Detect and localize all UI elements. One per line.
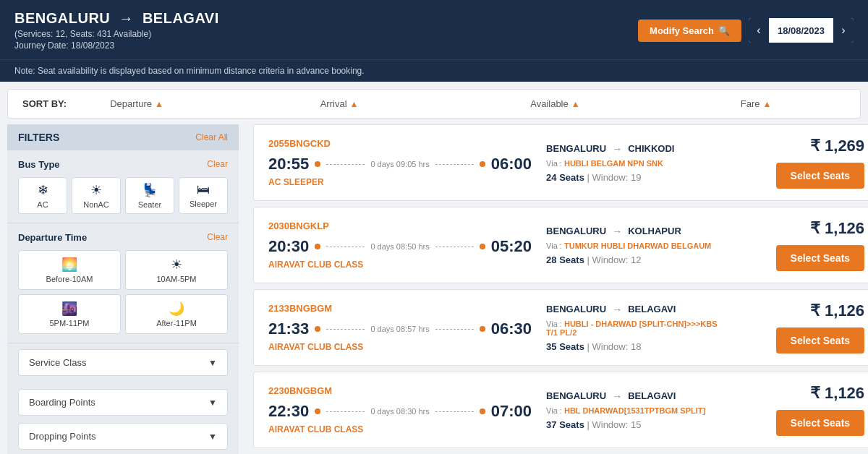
fare-3: ₹ 1,126 bbox=[810, 384, 864, 403]
filters-sidebar: FILTERS Clear All Bus Type Clear ❄ AC ☀ … bbox=[7, 124, 239, 454]
sleeper-icon: 🛏 bbox=[182, 182, 224, 197]
bus-card-1: 2030BNGKLP 20:30 0 days 08:50 hrs 05:20 … bbox=[253, 207, 868, 283]
note-bar: Note: Seat availability is displayed bas… bbox=[0, 59, 868, 82]
arr-dot-0 bbox=[480, 161, 485, 167]
sort-columns: Departure ▲ Arrival ▲ Available ▲ Fare ▲ bbox=[81, 98, 846, 109]
search-icon: 🔍 bbox=[718, 25, 730, 36]
dropping-points-dropdown[interactable]: Dropping Points ▼ bbox=[18, 423, 228, 450]
dep-dot-2 bbox=[315, 326, 320, 332]
bus-info-1: 2030BNGKLP 20:30 0 days 08:50 hrs 05:20 … bbox=[268, 220, 532, 270]
boarding-points-dropdown[interactable]: Boarding Points ▼ bbox=[18, 389, 228, 416]
via-route-1: TUMKUR HUBLI DHARWAD BELGAUM bbox=[564, 241, 711, 250]
departure-before-10am[interactable]: 🌅 Before-10AM bbox=[18, 250, 121, 290]
dash-line-1 bbox=[326, 247, 365, 247]
via-text-0: Via : HUBLI BELGAM NPN SNK bbox=[546, 159, 720, 168]
fare-0: ₹ 1,269 bbox=[810, 137, 864, 155]
bus-type-ac[interactable]: ❄ AC bbox=[18, 177, 67, 214]
bus-type-tag-0: AC SLEEPER bbox=[268, 177, 532, 187]
bus-info-3: 2230BNGBGM 22:30 0 days 08:30 hrs 07:00 … bbox=[268, 385, 532, 434]
duration-0: 0 days 09:05 hrs bbox=[370, 160, 429, 168]
prev-date-button[interactable]: ‹ bbox=[749, 18, 769, 43]
arrival-sort-icon: ▲ bbox=[350, 99, 359, 109]
modify-search-button[interactable]: Modify Search 🔍 bbox=[638, 20, 741, 42]
bus-type-clear[interactable]: Clear bbox=[207, 159, 228, 170]
sort-arrival[interactable]: Arrival ▲ bbox=[320, 98, 531, 109]
dep-time-3: 22:30 bbox=[268, 402, 309, 421]
bus-id-2[interactable]: 2133BNGBGM bbox=[268, 303, 532, 314]
route-arrow: → bbox=[119, 10, 134, 26]
departure-10am-5pm[interactable]: ☀ 10AM-5PM bbox=[125, 250, 228, 290]
route-info-2: BENGALURU → BELAGAVI bbox=[546, 304, 720, 315]
bus-type-label: Bus Type bbox=[18, 159, 60, 170]
seats-info-2: 35 Seats | Window: 18 bbox=[546, 341, 720, 352]
service-class-chevron-icon: ▼ bbox=[208, 358, 217, 368]
departure-time-clear[interactable]: Clear bbox=[207, 232, 228, 243]
bus-type-sleeper[interactable]: 🛏 Sleeper bbox=[179, 177, 228, 214]
bus-card-3: 2230BNGBGM 22:30 0 days 08:30 hrs 07:00 … bbox=[253, 372, 868, 448]
boarding-points-chevron-icon: ▼ bbox=[208, 398, 217, 408]
dep-time-1: 20:30 bbox=[268, 237, 309, 256]
bus-route-0: BENGALURU → CHIKKODI Via : HUBLI BELGAM … bbox=[532, 143, 734, 183]
filters-title: FILTERS bbox=[18, 132, 59, 143]
bus-info-2: 2133BNGBGM 21:33 0 days 08:57 hrs 06:30 … bbox=[268, 303, 532, 352]
route-from-2: BENGALURU bbox=[546, 304, 606, 314]
via-route-3: HBL DHARWAD[1531TPTBGM SPLIT] bbox=[564, 406, 705, 415]
departure-5pm-11pm[interactable]: 🌆 5PM-11PM bbox=[18, 294, 121, 334]
bus-timing-3: 22:30 0 days 08:30 hrs 07:00 bbox=[268, 402, 532, 421]
arr-time-2: 06:30 bbox=[491, 320, 532, 338]
bus-route-2: BENGALURU → BELAGAVI Via : HUBLI - DHARW… bbox=[532, 304, 734, 352]
route-from-1: BENGALURU bbox=[546, 226, 606, 236]
select-seats-button-0[interactable]: Select Seats bbox=[776, 163, 865, 189]
bus-timing-2: 21:33 0 days 08:57 hrs 06:30 bbox=[268, 320, 532, 338]
service-class-dropdown[interactable]: Service Class ▼ bbox=[18, 349, 228, 376]
select-seats-button-3[interactable]: Select Seats bbox=[776, 410, 865, 436]
bus-type-seater[interactable]: 💺 Seater bbox=[125, 177, 174, 214]
bus-id-3[interactable]: 2230BNGBGM bbox=[268, 385, 532, 396]
dash-line2-1 bbox=[435, 247, 474, 247]
departure-time-grid: 🌅 Before-10AM ☀ 10AM-5PM 🌆 5PM-11PM 🌙 Af… bbox=[18, 250, 228, 334]
dep-time-0: 20:55 bbox=[268, 155, 309, 174]
via-route-2: HUBLI - DHARWAD [SPLIT-CHN]>>>KBS T/1 PL… bbox=[546, 320, 717, 337]
dash-line-0 bbox=[326, 164, 365, 165]
main-layout: FILTERS Clear All Bus Type Clear ❄ AC ☀ … bbox=[0, 124, 868, 454]
bus-type-grid: ❄ AC ☀ NonAC 💺 Seater 🛏 Sleeper bbox=[18, 177, 228, 214]
boarding-points-label: Boarding Points bbox=[29, 397, 95, 408]
route-to-0: CHIKKODI bbox=[628, 143, 674, 154]
via-text-3: Via : HBL DHARWAD[1531TPTBGM SPLIT] bbox=[546, 406, 720, 415]
bus-timing-1: 20:30 0 days 08:50 hrs 05:20 bbox=[268, 237, 532, 256]
dropping-points-chevron-icon: ▼ bbox=[208, 432, 217, 442]
select-seats-button-2[interactable]: Select Seats bbox=[776, 327, 865, 354]
bus-fare-2: ₹ 1,126 Select Seats bbox=[734, 301, 864, 354]
via-text-2: Via : HUBLI - DHARWAD [SPLIT-CHN]>>>KBS … bbox=[546, 320, 720, 337]
sort-departure[interactable]: Departure ▲ bbox=[110, 98, 320, 109]
bus-route-1: BENGALURU → KOLHAPUR Via : TUMKUR HUBLI … bbox=[532, 226, 734, 265]
ac-icon: ❄ bbox=[22, 182, 64, 198]
route-sep-3: → bbox=[612, 390, 622, 402]
duration-1: 0 days 08:50 hrs bbox=[370, 242, 429, 251]
dash-line2-2 bbox=[435, 329, 474, 330]
select-seats-button-1[interactable]: Select Seats bbox=[776, 245, 865, 271]
header-controls: Modify Search 🔍 ‹ 18/08/2023 › bbox=[638, 18, 854, 43]
after-11pm-icon: 🌙 bbox=[130, 301, 223, 317]
bus-id-1[interactable]: 2030BNGKLP bbox=[268, 220, 532, 231]
departure-after-11pm[interactable]: 🌙 After-11PM bbox=[125, 294, 228, 334]
route-to-1: KOLHAPUR bbox=[628, 226, 681, 236]
duration-2: 0 days 08:57 hrs bbox=[370, 325, 429, 333]
route-to-2: BELAGAVI bbox=[628, 304, 676, 314]
bus-timing-0: 20:55 0 days 09:05 hrs 06:00 bbox=[268, 155, 532, 174]
sort-available[interactable]: Available ▲ bbox=[530, 98, 741, 109]
route-title: BENGALURU → BELAGAVI bbox=[14, 10, 219, 27]
route-info-0: BENGALURU → CHIKKODI bbox=[546, 143, 720, 155]
dep-dot-1 bbox=[315, 244, 320, 249]
dropping-points-label: Dropping Points bbox=[29, 431, 96, 442]
fare-2: ₹ 1,126 bbox=[810, 301, 864, 320]
bus-id-0[interactable]: 2055BNGCKD bbox=[268, 138, 532, 149]
arr-time-0: 06:00 bbox=[491, 155, 532, 174]
clear-all-button[interactable]: Clear All bbox=[195, 132, 228, 142]
sort-fare[interactable]: Fare ▲ bbox=[741, 98, 846, 109]
bus-type-nonac[interactable]: ☀ NonAC bbox=[72, 177, 121, 214]
arr-time-3: 07:00 bbox=[491, 402, 532, 421]
fare-sort-icon: ▲ bbox=[762, 99, 771, 109]
next-date-button[interactable]: › bbox=[833, 18, 854, 43]
services-info: (Services: 12, Seats: 431 Available) bbox=[14, 29, 219, 39]
